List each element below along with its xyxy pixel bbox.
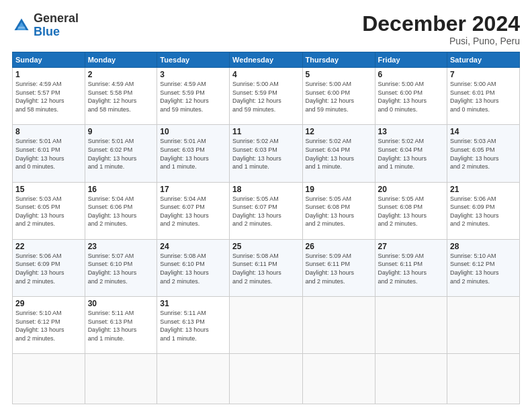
table-row: 29Sunrise: 5:10 AM Sunset: 6:12 PM Dayli…	[13, 297, 85, 354]
day-info: Sunrise: 5:06 AM Sunset: 6:09 PM Dayligh…	[15, 252, 82, 285]
logo-icon	[12, 16, 31, 35]
day-info: Sunrise: 4:59 AM Sunset: 5:59 PM Dayligh…	[160, 80, 226, 113]
location-subtitle: Pusi, Puno, Peru	[362, 36, 520, 46]
calendar-week-row: 1Sunrise: 4:59 AM Sunset: 5:57 PM Daylig…	[13, 68, 520, 125]
calendar-week-row: 15Sunrise: 5:03 AM Sunset: 6:05 PM Dayli…	[13, 182, 520, 239]
day-info: Sunrise: 5:00 AM Sunset: 6:00 PM Dayligh…	[306, 80, 372, 113]
day-number: 7	[450, 70, 517, 79]
day-number: 22	[15, 242, 82, 251]
table-row	[13, 354, 85, 404]
col-wednesday: Wednesday	[230, 52, 302, 68]
day-number: 10	[160, 127, 226, 136]
day-number: 27	[378, 242, 444, 251]
logo-blue: Blue	[34, 26, 79, 39]
day-info: Sunrise: 5:05 AM Sunset: 6:08 PM Dayligh…	[306, 195, 372, 228]
table-row	[85, 354, 157, 404]
table-row: 3Sunrise: 4:59 AM Sunset: 5:59 PM Daylig…	[157, 68, 230, 125]
day-number: 23	[88, 242, 154, 251]
calendar-week-row	[13, 354, 520, 404]
day-number: 4	[232, 70, 299, 79]
calendar-week-row: 22Sunrise: 5:06 AM Sunset: 6:09 PM Dayli…	[13, 239, 520, 296]
table-row: 18Sunrise: 5:05 AM Sunset: 6:07 PM Dayli…	[230, 182, 302, 239]
day-info: Sunrise: 5:02 AM Sunset: 6:03 PM Dayligh…	[232, 137, 299, 171]
col-thursday: Thursday	[302, 52, 375, 68]
calendar-week-row: 8Sunrise: 5:01 AM Sunset: 6:01 PM Daylig…	[13, 125, 520, 182]
day-info: Sunrise: 5:05 AM Sunset: 6:07 PM Dayligh…	[232, 195, 299, 228]
table-row: 31Sunrise: 5:11 AM Sunset: 6:13 PM Dayli…	[157, 297, 230, 354]
table-row: 9Sunrise: 5:01 AM Sunset: 6:02 PM Daylig…	[85, 125, 157, 182]
day-number: 21	[450, 185, 517, 194]
table-row	[302, 354, 375, 404]
day-number: 8	[15, 127, 82, 136]
day-info: Sunrise: 5:11 AM Sunset: 6:13 PM Dayligh…	[88, 309, 154, 342]
table-row: 8Sunrise: 5:01 AM Sunset: 6:01 PM Daylig…	[13, 125, 85, 182]
day-info: Sunrise: 5:00 AM Sunset: 5:59 PM Dayligh…	[232, 80, 299, 113]
day-number: 11	[232, 127, 299, 136]
table-row: 21Sunrise: 5:06 AM Sunset: 6:09 PM Dayli…	[447, 182, 520, 239]
col-tuesday: Tuesday	[157, 52, 230, 68]
day-info: Sunrise: 5:01 AM Sunset: 6:03 PM Dayligh…	[160, 137, 226, 171]
day-number: 29	[15, 299, 82, 308]
col-monday: Monday	[85, 52, 157, 68]
col-sunday: Sunday	[13, 52, 85, 68]
day-number: 3	[160, 70, 226, 79]
day-number: 28	[450, 242, 517, 251]
day-number: 19	[306, 185, 372, 194]
logo-text: General Blue	[34, 12, 79, 39]
table-row: 24Sunrise: 5:08 AM Sunset: 6:10 PM Dayli…	[157, 239, 230, 296]
calendar-header-row: Sunday Monday Tuesday Wednesday Thursday…	[13, 52, 520, 68]
day-info: Sunrise: 5:09 AM Sunset: 6:11 PM Dayligh…	[378, 252, 444, 285]
table-row	[157, 354, 230, 404]
day-info: Sunrise: 5:11 AM Sunset: 6:13 PM Dayligh…	[160, 309, 226, 342]
day-info: Sunrise: 5:10 AM Sunset: 6:12 PM Dayligh…	[15, 309, 82, 342]
table-row: 1Sunrise: 4:59 AM Sunset: 5:57 PM Daylig…	[13, 68, 85, 125]
table-row: 15Sunrise: 5:03 AM Sunset: 6:05 PM Dayli…	[13, 182, 85, 239]
day-info: Sunrise: 5:02 AM Sunset: 6:04 PM Dayligh…	[378, 137, 444, 171]
table-row	[230, 354, 302, 404]
table-row: 17Sunrise: 5:04 AM Sunset: 6:07 PM Dayli…	[157, 182, 230, 239]
table-row: 27Sunrise: 5:09 AM Sunset: 6:11 PM Dayli…	[375, 239, 447, 296]
day-number: 9	[88, 127, 154, 136]
logo: General Blue	[12, 12, 79, 39]
svg-rect-2	[18, 27, 26, 29]
day-info: Sunrise: 5:02 AM Sunset: 6:04 PM Dayligh…	[306, 137, 372, 171]
day-number: 5	[306, 70, 372, 79]
table-row: 26Sunrise: 5:09 AM Sunset: 6:11 PM Dayli…	[302, 239, 375, 296]
day-info: Sunrise: 5:10 AM Sunset: 6:12 PM Dayligh…	[450, 252, 517, 285]
table-row: 25Sunrise: 5:08 AM Sunset: 6:11 PM Dayli…	[230, 239, 302, 296]
col-saturday: Saturday	[447, 52, 520, 68]
day-info: Sunrise: 5:08 AM Sunset: 6:10 PM Dayligh…	[160, 252, 226, 285]
title-block: December 2024 Pusi, Puno, Peru	[362, 12, 520, 46]
day-info: Sunrise: 5:04 AM Sunset: 6:07 PM Dayligh…	[160, 195, 226, 228]
day-number: 13	[378, 127, 444, 136]
day-number: 12	[306, 127, 372, 136]
day-info: Sunrise: 5:01 AM Sunset: 6:02 PM Dayligh…	[88, 137, 154, 171]
day-number: 16	[88, 185, 154, 194]
calendar-page: General Blue December 2024 Pusi, Puno, P…	[0, 0, 532, 411]
table-row: 22Sunrise: 5:06 AM Sunset: 6:09 PM Dayli…	[13, 239, 85, 296]
page-header: General Blue December 2024 Pusi, Puno, P…	[12, 12, 520, 46]
table-row: 13Sunrise: 5:02 AM Sunset: 6:04 PM Dayli…	[375, 125, 447, 182]
table-row	[447, 354, 520, 404]
logo-general: General	[34, 12, 79, 26]
table-row: 10Sunrise: 5:01 AM Sunset: 6:03 PM Dayli…	[157, 125, 230, 182]
day-number: 25	[232, 242, 299, 251]
day-number: 1	[15, 70, 82, 79]
day-number: 30	[88, 299, 154, 308]
table-row: 20Sunrise: 5:05 AM Sunset: 6:08 PM Dayli…	[375, 182, 447, 239]
day-number: 18	[232, 185, 299, 194]
day-info: Sunrise: 5:04 AM Sunset: 6:06 PM Dayligh…	[88, 195, 154, 228]
day-info: Sunrise: 5:05 AM Sunset: 6:08 PM Dayligh…	[378, 195, 444, 228]
day-number: 14	[450, 127, 517, 136]
table-row	[375, 354, 447, 404]
table-row: 12Sunrise: 5:02 AM Sunset: 6:04 PM Dayli…	[302, 125, 375, 182]
day-info: Sunrise: 5:06 AM Sunset: 6:09 PM Dayligh…	[450, 195, 517, 228]
day-number: 6	[378, 70, 444, 79]
table-row: 28Sunrise: 5:10 AM Sunset: 6:12 PM Dayli…	[447, 239, 520, 296]
calendar-table: Sunday Monday Tuesday Wednesday Thursday…	[12, 52, 520, 404]
day-number: 17	[160, 185, 226, 194]
day-number: 2	[88, 70, 154, 79]
table-row	[375, 297, 447, 354]
day-info: Sunrise: 5:07 AM Sunset: 6:10 PM Dayligh…	[88, 252, 154, 285]
table-row: 4Sunrise: 5:00 AM Sunset: 5:59 PM Daylig…	[230, 68, 302, 125]
